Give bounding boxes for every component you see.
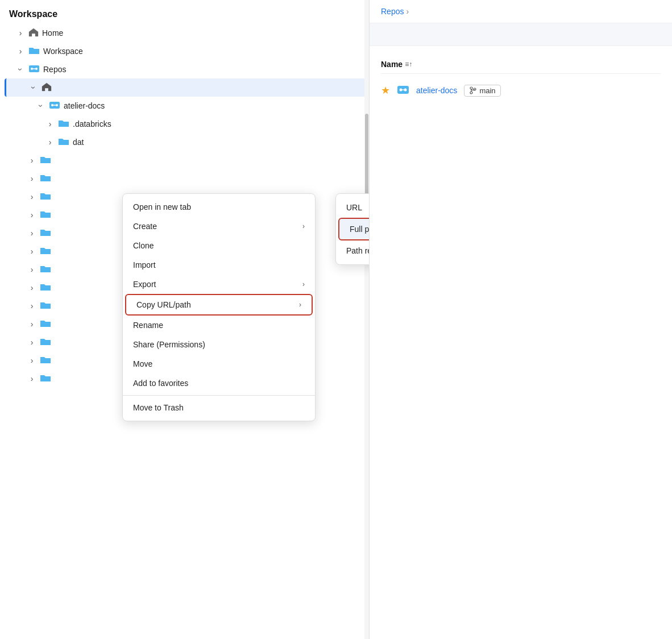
branch-badge: main bbox=[464, 85, 500, 97]
tree-item-atelier-docs[interactable]: atelier-docs bbox=[5, 97, 369, 115]
menu-divider bbox=[123, 395, 315, 396]
folder-12-icon bbox=[36, 355, 55, 366]
svg-point-2 bbox=[35, 68, 38, 70]
submenu-label-path-relative: Path relative to Root bbox=[346, 246, 370, 255]
menu-label-clone: Clone bbox=[133, 241, 154, 250]
menu-label-move: Move bbox=[133, 359, 152, 368]
sort-icon[interactable]: ≡↑ bbox=[405, 60, 412, 68]
chevron-f1 bbox=[27, 156, 36, 165]
svg-point-13 bbox=[470, 92, 472, 94]
submenu-label-full-path: Full path bbox=[350, 225, 370, 234]
submenu-label-url: URL bbox=[346, 203, 362, 212]
menu-label-open-new-tab: Open in new tab bbox=[133, 202, 191, 211]
chevron-workspace bbox=[16, 47, 25, 56]
menu-label-share: Share (Permissions) bbox=[133, 340, 205, 349]
breadcrumb-separator: › bbox=[406, 7, 409, 16]
menu-label-create: Create bbox=[133, 222, 157, 231]
folder-4-icon bbox=[36, 210, 55, 221]
svg-point-6 bbox=[56, 104, 58, 106]
right-content: Name ≡↑ ★ atelier-docs bbox=[370, 46, 672, 111]
menu-item-open-new-tab[interactable]: Open in new tab bbox=[123, 197, 315, 217]
chevron-databricks bbox=[45, 119, 55, 128]
folder-9-icon bbox=[36, 301, 55, 312]
menu-label-move-trash: Move to Trash bbox=[133, 403, 184, 412]
folder-7-icon bbox=[36, 264, 55, 275]
chevron-f8 bbox=[27, 283, 36, 292]
chevron-export-icon: › bbox=[302, 280, 305, 288]
folder-dat-icon bbox=[55, 137, 73, 148]
tree-label-dat: dat bbox=[73, 138, 84, 147]
chevron-copy-url-icon: › bbox=[299, 301, 301, 309]
breadcrumb-repos[interactable]: Repos bbox=[381, 7, 404, 16]
menu-item-rename[interactable]: Rename bbox=[123, 316, 315, 335]
menu-item-add-favorites[interactable]: Add to favorites bbox=[123, 374, 315, 393]
tree-item-dat[interactable]: dat bbox=[5, 133, 369, 151]
tree-item-repos-home[interactable] bbox=[5, 78, 369, 97]
menu-item-move[interactable]: Move bbox=[123, 354, 315, 374]
tree-label-repos: Repos bbox=[43, 65, 66, 74]
chevron-f5 bbox=[27, 229, 36, 238]
folder-2-icon bbox=[36, 173, 55, 184]
table-header: Name ≡↑ bbox=[381, 55, 661, 74]
tree-item-home[interactable]: Home bbox=[5, 24, 369, 42]
menu-item-import[interactable]: Import bbox=[123, 255, 315, 275]
submenu-copy-url: URL Full path ☛ Path relative to Root bbox=[335, 193, 370, 265]
right-header: Repos › bbox=[370, 0, 672, 23]
tree-label-workspace: Workspace bbox=[43, 47, 83, 56]
branch-label: main bbox=[479, 86, 495, 95]
menu-item-move-trash[interactable]: Move to Trash bbox=[123, 398, 315, 417]
repo-name-label[interactable]: atelier-docs bbox=[416, 86, 457, 95]
left-panel: Workspace Home Workspace bbox=[0, 0, 370, 639]
chevron-repos-home bbox=[29, 83, 38, 92]
submenu-item-url[interactable]: URL bbox=[336, 197, 370, 218]
svg-point-9 bbox=[400, 88, 403, 91]
chevron-atelier-docs bbox=[36, 101, 45, 110]
chevron-f11 bbox=[27, 338, 36, 347]
chevron-f13 bbox=[27, 374, 36, 383]
repo-row-icon bbox=[397, 85, 409, 97]
chevron-f7 bbox=[27, 265, 36, 274]
star-icon[interactable]: ★ bbox=[381, 84, 390, 97]
tree-label-atelier-docs: atelier-docs bbox=[64, 101, 105, 110]
menu-label-copy-url: Copy URL/path bbox=[136, 300, 191, 309]
right-panel: Repos › Name ≡↑ ★ atelier-docs bbox=[370, 0, 672, 639]
svg-point-10 bbox=[404, 88, 407, 91]
workspace-title: Workspace bbox=[0, 0, 369, 24]
col-name-header: Name ≡↑ bbox=[381, 60, 412, 69]
chevron-f10 bbox=[27, 320, 36, 329]
folder-1-icon bbox=[36, 155, 55, 166]
tree-label-databricks: .databricks bbox=[73, 119, 111, 128]
chevron-f2 bbox=[27, 174, 36, 183]
folder-6-icon bbox=[36, 246, 55, 257]
menu-item-export[interactable]: Export › bbox=[123, 275, 315, 294]
repo-icon bbox=[25, 64, 43, 75]
tree-item-databricks[interactable]: .databricks bbox=[5, 115, 369, 133]
tree-item-folder-2[interactable] bbox=[5, 169, 369, 188]
tree-item-workspace[interactable]: Workspace bbox=[5, 42, 369, 60]
folder-5-icon bbox=[36, 228, 55, 239]
folder-11-icon bbox=[36, 337, 55, 348]
chevron-home bbox=[16, 28, 25, 38]
home-icon bbox=[25, 28, 42, 39]
chevron-dat bbox=[45, 138, 55, 147]
folder-3-icon bbox=[36, 192, 55, 202]
menu-item-create[interactable]: Create › bbox=[123, 217, 315, 236]
right-toolbar bbox=[370, 23, 672, 46]
menu-label-rename: Rename bbox=[133, 321, 163, 330]
repo-row: ★ atelier-docs main bbox=[381, 78, 661, 102]
chevron-f12 bbox=[27, 356, 36, 365]
submenu-item-full-path[interactable]: Full path ☛ bbox=[338, 218, 370, 240]
folder-8-icon bbox=[36, 283, 55, 293]
submenu-item-path-relative[interactable]: Path relative to Root bbox=[336, 240, 370, 261]
menu-item-copy-url[interactable]: Copy URL/path › bbox=[125, 294, 313, 316]
menu-item-share[interactable]: Share (Permissions) bbox=[123, 335, 315, 354]
scrollbar[interactable] bbox=[364, 0, 369, 639]
tree-item-folder-1[interactable] bbox=[5, 151, 369, 169]
folder-databricks-icon bbox=[55, 119, 73, 130]
tree-item-repos[interactable]: Repos bbox=[5, 60, 369, 78]
chevron-create-icon: › bbox=[302, 222, 305, 230]
context-menu: Open in new tab Create › Clone Import Ex… bbox=[122, 193, 316, 421]
menu-label-import: Import bbox=[133, 260, 156, 269]
menu-item-clone[interactable]: Clone bbox=[123, 236, 315, 255]
repos-home-icon bbox=[38, 82, 55, 93]
